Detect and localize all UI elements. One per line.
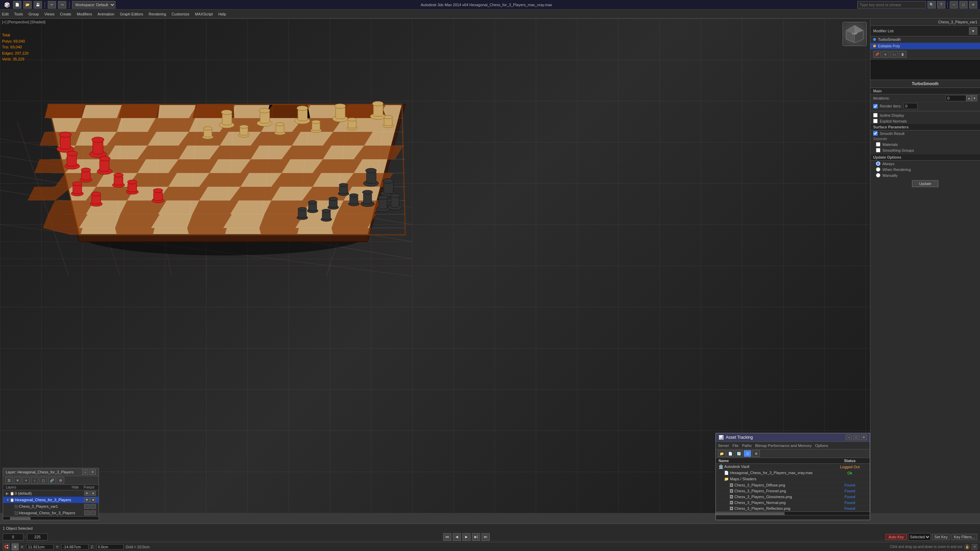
layer-close-btn[interactable]: ✕ [90, 469, 96, 475]
menu-views[interactable]: Views [44, 12, 54, 16]
iterations-down[interactable]: ▼ [972, 95, 977, 101]
layer-add-icon[interactable]: + [22, 477, 30, 484]
iterations-input[interactable] [946, 95, 966, 101]
isoline-checkbox[interactable] [873, 113, 878, 118]
asset-icon1[interactable]: 📁 [718, 450, 725, 457]
prev-frame-btn[interactable]: ◀ [453, 533, 461, 541]
asset-scrollbar-h[interactable] [716, 511, 870, 515]
coord-display[interactable]: ⊕ [12, 543, 19, 550]
modifier-list-arrow[interactable]: ▼ [969, 27, 977, 35]
modifier-turbosmooch[interactable]: TurboSmooth [870, 37, 980, 43]
new-btn[interactable]: 📄 [13, 1, 21, 9]
pin-icon[interactable]: 📌 [873, 51, 881, 58]
layer-default-vis[interactable]: 👁 [84, 491, 90, 496]
asset-icon2[interactable]: 📄 [727, 450, 734, 457]
menu-edit[interactable]: Edit [2, 12, 9, 16]
layer-chess-vis[interactable] [84, 504, 90, 509]
menu-maxscript[interactable]: MAXScript [195, 12, 213, 16]
menu-animation[interactable]: Animation [97, 12, 115, 16]
menu-graph-editors[interactable]: Graph Editors [120, 12, 143, 16]
key-filters-btn[interactable]: Key Filters... [951, 534, 977, 540]
menu-help[interactable]: Help [218, 12, 226, 16]
layer-gear-icon[interactable]: ⚙ [57, 477, 64, 484]
lock-icon[interactable]: 🔒 [964, 544, 970, 549]
layer-list-icon[interactable]: ☰ [5, 477, 13, 484]
asset-maximize-btn[interactable]: □ [853, 435, 859, 440]
selected-dropdown[interactable]: Selected [908, 533, 931, 541]
layer-scrollbar[interactable] [3, 516, 99, 520]
smoothing-groups-checkbox[interactable] [876, 148, 880, 152]
auto-key-btn[interactable]: Auto Key [886, 534, 907, 540]
menu-tools[interactable]: Tools [14, 12, 23, 16]
asset-row-glossiness[interactable]: 🖼 Chess_3_Players_Glossiness.png Found [716, 494, 870, 500]
help-btn[interactable]: ? [937, 1, 945, 9]
undo-btn[interactable]: ↩ [48, 1, 56, 9]
list-icon[interactable]: ≡ [882, 51, 889, 58]
manually-radio[interactable] [876, 173, 880, 178]
layer-chess-freeze[interactable] [90, 504, 96, 509]
asset-menu-file[interactable]: File [732, 443, 738, 448]
asset-row-diffuse[interactable]: 🖼 Chess_3_Players_Diffuse.png Found [716, 482, 870, 488]
asset-row-vault[interactable]: 🏦 Autodesk Vault Logged Out [716, 464, 870, 470]
asset-menu-server[interactable]: Server [718, 443, 729, 448]
layer-hex-vis[interactable]: 👁 [84, 497, 90, 502]
maximize-btn[interactable]: □ [959, 1, 967, 9]
add-time-tag-icon[interactable]: ⏱ [972, 544, 977, 549]
trash-icon[interactable]: 🗑 [899, 51, 907, 58]
play-btn[interactable]: ▶ [462, 533, 471, 541]
layer-item-hexagonal[interactable]: ▼ 📋 Hexagonal_Chess_for_3_Players 👁 ❄ [3, 497, 99, 503]
asset-minimize-btn[interactable]: ─ [846, 435, 852, 440]
asset-icon4[interactable]: ☰ [744, 450, 751, 457]
layer-item-hex-chess[interactable]: ⬛ Hexagonal_Chess_for_3_Players [3, 510, 99, 516]
asset-scroll-thumb-h[interactable] [716, 512, 784, 515]
render-iters-input[interactable] [904, 103, 918, 109]
asset-icon3[interactable]: 🔄 [735, 450, 743, 457]
layer-link-icon[interactable]: 🔗 [48, 477, 56, 484]
open-btn[interactable]: 📂 [23, 1, 32, 9]
materials-checkbox[interactable] [876, 142, 880, 146]
go-end-btn[interactable]: ⏭ [482, 533, 490, 541]
menu-rendering[interactable]: Rendering [149, 12, 166, 16]
layer-scroll-thumb[interactable] [10, 517, 30, 520]
asset-icon5[interactable]: ⚙ [752, 450, 760, 457]
explicit-normals-checkbox[interactable] [873, 119, 878, 123]
layer-item-default[interactable]: ▶ 📋 0 (default) 👁 ❄ [3, 490, 99, 497]
asset-close-btn[interactable]: ✕ [861, 435, 867, 440]
workspace-dropdown[interactable]: Workspace: Default [72, 1, 115, 9]
layer-minimize-btn[interactable]: ─ [82, 469, 88, 475]
iterations-up[interactable]: ▲ [966, 95, 972, 101]
asset-row-fresnel[interactable]: 🖼 Chess_3_Players_Fresnel.png Found [716, 488, 870, 494]
menu-modifiers[interactable]: Modifiers [76, 12, 92, 16]
menu-create[interactable]: Create [60, 12, 71, 16]
next-frame-btn[interactable]: ▶| [472, 533, 480, 541]
search-icon[interactable]: 🔍 [928, 1, 936, 9]
snap-toggle[interactable]: 🧲 [3, 543, 10, 550]
asset-menu-bitmap[interactable]: Bitmap Performance and Memory [755, 443, 811, 448]
when-rendering-radio[interactable] [876, 167, 880, 171]
layer-hex-freeze[interactable]: ❄ [90, 497, 96, 502]
update-button[interactable]: Update [912, 180, 939, 187]
layer-default-freeze[interactable]: ❄ [90, 491, 96, 496]
asset-row-normal[interactable]: 🖼 Chess_3_Players_Normal.png Found [716, 500, 870, 506]
menu-customize[interactable]: Customize [172, 12, 189, 16]
layer-select-icon[interactable]: ◻ [40, 477, 47, 484]
asset-row-reflection[interactable]: 🖼 Chess_3_Players_Reflection.png Found [716, 506, 870, 511]
asset-row-maxfile[interactable]: 📄 Hexagonal_Chess_for_3_Players_max_vray… [716, 470, 870, 476]
layer-item-chess-var[interactable]: ⬛ Chess_3_Players_var1 [3, 503, 99, 510]
total-frame-input[interactable]: 225 [27, 534, 48, 540]
layer-hex-chess-vis[interactable] [84, 510, 90, 515]
render-iters-checkbox[interactable] [873, 104, 878, 108]
set-key-btn[interactable]: Set Key [932, 534, 950, 540]
move-icon[interactable]: ↑↓ [890, 51, 898, 58]
modifier-editable-poly[interactable]: Editable Poly [870, 43, 980, 49]
asset-row-maps[interactable]: 📁 Maps / Shaders [716, 476, 870, 482]
layer-move-icon[interactable]: ↕ [31, 477, 38, 484]
smooth-result-checkbox[interactable] [873, 131, 878, 136]
menu-group[interactable]: Group [29, 12, 39, 16]
search-input[interactable] [858, 1, 926, 9]
asset-menu-options[interactable]: Options [815, 443, 828, 448]
asset-menu-paths[interactable]: Paths [742, 443, 752, 448]
minimize-btn[interactable]: ─ [950, 1, 958, 9]
layer-del-icon[interactable]: ✕ [14, 477, 21, 484]
layer-hex-chess-freeze[interactable] [90, 510, 96, 515]
